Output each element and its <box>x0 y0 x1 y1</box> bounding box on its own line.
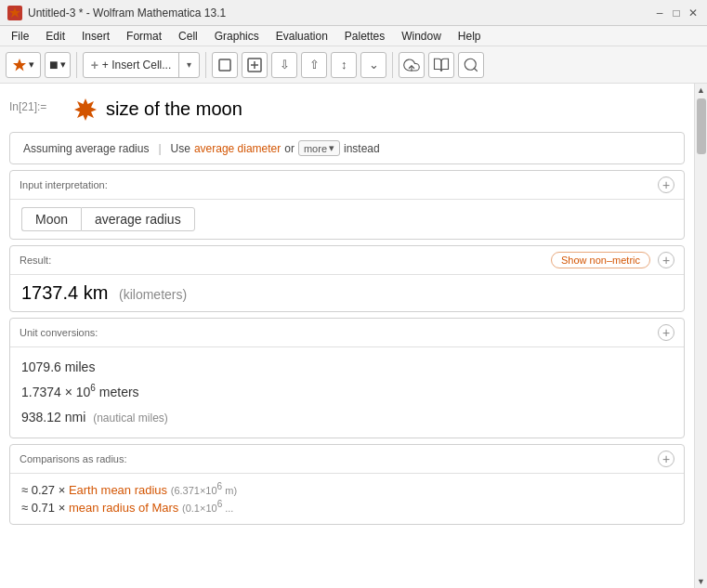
conversions-label: Unit conversions: <box>20 327 98 338</box>
titlebar-controls: – □ ✕ <box>653 7 700 20</box>
add-row-button[interactable] <box>242 52 268 78</box>
input-query: size of the moon <box>106 97 242 120</box>
menu-window[interactable]: Window <box>394 28 449 45</box>
toolbar-separator-1 <box>76 52 77 78</box>
scroll-track[interactable] <box>695 97 707 575</box>
conversions-header: Unit conversions: + <box>10 319 684 347</box>
comparisons-header: Comparisons as radius: + <box>10 445 684 474</box>
svg-line-8 <box>475 68 478 71</box>
cell-bracket-button[interactable] <box>212 52 238 78</box>
comparisons-label: Comparisons as radius: <box>20 453 127 464</box>
titlebar: Untitled-3 * - Wolfram Mathematica 13.1 … <box>0 0 707 26</box>
scroll-up-arrow[interactable]: ▲ <box>695 84 708 97</box>
menubar: File Edit Insert Format Cell Graphics Ev… <box>0 26 707 46</box>
insert-cell-label: + Insert Cell... <box>102 59 171 72</box>
menu-edit[interactable]: Edit <box>38 28 72 45</box>
more-button[interactable]: more ▾ <box>298 140 340 156</box>
main-area: In[21]:= size of the moon Assuming avera… <box>0 84 707 588</box>
assumption-use: Use <box>171 142 190 155</box>
result-unit: (kilometers) <box>119 287 187 302</box>
menu-help[interactable]: Help <box>451 28 489 45</box>
docs-button[interactable] <box>428 52 454 78</box>
menu-graphics[interactable]: Graphics <box>207 28 267 45</box>
result-label: Result: <box>20 255 51 266</box>
titlebar-left: Untitled-3 * - Wolfram Mathematica 13.1 <box>7 6 226 20</box>
average-diameter-link[interactable]: average diameter <box>194 142 281 155</box>
comparisons-body: ≈ 0.27 × Earth mean radius (6.371×106 m)… <box>10 474 684 524</box>
import-button[interactable]: ⇩ <box>271 52 297 78</box>
insert-cell-main[interactable]: + + Insert Cell... <box>84 58 179 72</box>
svg-marker-0 <box>9 7 20 18</box>
svg-point-7 <box>465 59 476 70</box>
move-updown-button[interactable]: ↕ <box>331 52 357 78</box>
cloud-button[interactable] <box>399 52 425 78</box>
interpretation-card: Input interpretation: + Moon average rad… <box>9 170 685 240</box>
interpretation-expand[interactable]: + <box>658 176 674 193</box>
comparison-earth: ≈ 0.27 × Earth mean radius (6.371×106 m) <box>21 481 673 499</box>
interpretation-header: Input interpretation: + <box>10 171 684 200</box>
scroll-down-arrow[interactable]: ▼ <box>695 575 708 588</box>
result-card: Result: Show non–metric + 1737.4 km (kil… <box>9 245 685 312</box>
menu-format[interactable]: Format <box>119 28 169 45</box>
interp-pill-radius: average radius <box>81 207 195 231</box>
result-header: Result: Show non–metric + <box>10 246 684 275</box>
menu-palettes[interactable]: Palettes <box>337 28 392 45</box>
menu-evaluation[interactable]: Evaluation <box>268 28 335 45</box>
earth-link[interactable]: Earth mean radius <box>69 483 167 497</box>
conversions-body: 1079.6 miles 1.7374 × 106 meters 938.12 … <box>10 347 684 438</box>
interp-pill-moon: Moon <box>21 207 81 231</box>
result-value: 1737.4 km <box>21 282 108 303</box>
toolbar: ▾ ■ ▾ + + Insert Cell... ▾ ⇩ ⇧ ↕ ⌄ <box>0 46 707 84</box>
comparisons-card: Comparisons as radius: + ≈ 0.27 × Earth … <box>9 444 685 525</box>
export-button[interactable]: ⇧ <box>301 52 327 78</box>
comparisons-expand[interactable]: + <box>658 451 674 467</box>
comparison-mars: ≈ 0.71 × mean radius of Mars (0.1×106 ..… <box>21 499 673 516</box>
show-nonmetric-button[interactable]: Show non–metric <box>551 252 650 268</box>
conversions-card: Unit conversions: + 1079.6 miles 1.7374 … <box>9 318 685 438</box>
maximize-button[interactable]: □ <box>670 7 683 20</box>
menu-cell[interactable]: Cell <box>171 28 205 45</box>
assumption-separator: | <box>158 142 161 155</box>
style-box-button[interactable]: ■ ▾ <box>45 52 71 78</box>
conversion-miles: 1079.6 miles <box>21 355 673 380</box>
conversion-meters: 1.7374 × 106 meters <box>21 380 673 405</box>
insert-cell-button[interactable]: + + Insert Cell... ▾ <box>83 52 201 78</box>
result-body: 1737.4 km (kilometers) <box>10 275 684 311</box>
wolfram-alpha-icon <box>72 97 98 123</box>
interpretation-body: Moon average radius <box>10 200 684 239</box>
more-label: more <box>304 143 327 154</box>
assumption-instead: instead <box>344 142 380 155</box>
result-expand[interactable]: + <box>658 252 674 268</box>
conversion-nmi: 938.12 nmi (nautical miles) <box>21 405 673 430</box>
wolfram-button[interactable]: ▾ <box>6 52 41 78</box>
toolbar-separator-2 <box>205 52 206 78</box>
scroll-thumb[interactable] <box>697 98 706 154</box>
interpretation-label: Input interpretation: <box>20 179 108 190</box>
svg-marker-9 <box>74 98 97 121</box>
input-cell: In[21]:= size of the moon <box>0 93 694 126</box>
app-icon <box>7 6 22 20</box>
assumption-bar: Assuming average radius | Use average di… <box>9 132 685 164</box>
svg-rect-2 <box>219 59 230 71</box>
search-button[interactable] <box>458 52 484 78</box>
interp-pills: Moon average radius <box>21 207 673 231</box>
insert-cell-dropdown[interactable]: ▾ <box>178 53 199 77</box>
cell-label: In[21]:= <box>9 97 65 113</box>
toolbar-separator-3 <box>392 52 393 78</box>
more-dropdown-icon: ▾ <box>329 142 334 154</box>
close-button[interactable]: ✕ <box>687 7 700 20</box>
minimize-button[interactable]: – <box>653 7 666 20</box>
svg-marker-1 <box>13 59 26 72</box>
menu-file[interactable]: File <box>4 28 36 45</box>
assumption-or: or <box>284 142 295 155</box>
window-title: Untitled-3 * - Wolfram Mathematica 13.1 <box>28 7 226 20</box>
notebook-content: In[21]:= size of the moon Assuming avera… <box>0 84 694 588</box>
mars-link[interactable]: mean radius of Mars <box>69 501 179 515</box>
conversions-expand[interactable]: + <box>658 324 674 341</box>
scrollbar: ▲ ▼ <box>694 84 707 588</box>
assumption-text: Assuming average radius <box>23 142 149 155</box>
scroll-down-button[interactable]: ⌄ <box>360 52 386 78</box>
menu-insert[interactable]: Insert <box>74 28 117 45</box>
